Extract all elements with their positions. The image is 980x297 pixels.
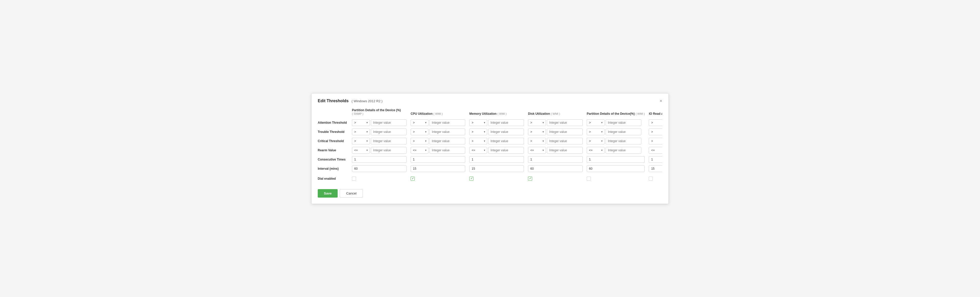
attention-io-wmi-cell: >>=<<== ▼ [647,118,662,127]
consecutive-memory-wmi-input[interactable] [469,156,524,163]
rearm-disk-wmi-value[interactable] [547,147,583,153]
critical-memory-wmi-cell: >>=<<==▼ [467,136,526,146]
interval-disk-wmi-input[interactable] [528,165,583,172]
attention-io-wmi-operator[interactable]: >>=<<== [649,119,662,126]
critical-partition-wmi-operator[interactable]: >>=<<== [587,138,605,144]
interval-row: Interval (mins) [318,164,662,173]
col-io-wmi-header: IO Read and Write Rate ( WMI ) [647,109,662,118]
critical-partition-snmp-operator[interactable]: >>=<<== [352,138,370,144]
critical-disk-wmi-value[interactable] [547,138,583,144]
trouble-cpu-wmi-value[interactable] [430,129,465,135]
rearm-cpu-wmi-operator[interactable]: <=<>>== [410,147,428,153]
attention-threshold-row: Attention Threshold >>=<<== ▼ [318,118,662,127]
interval-partition-snmp-cell [350,164,409,173]
rearm-cpu-wmi-value[interactable] [430,147,465,153]
attention-partition-wmi-operator-wrap: >>=<<== ▼ [587,119,605,126]
interval-memory-wmi-input[interactable] [469,165,524,172]
rearm-partition-wmi-operator[interactable]: <=<>>== [587,147,605,153]
attention-disk-wmi-value[interactable] [547,119,583,126]
rearm-memory-wmi-value[interactable] [488,147,524,153]
dial-disk-wmi-cell [526,173,585,184]
modal-title-group: Edit Thresholds ( Windows 2012 R2 ) [318,99,383,103]
interval-disk-wmi-cell [526,164,585,173]
trouble-memory-wmi-operator[interactable]: >>=<<== [469,129,487,135]
modal-title: Edit Thresholds [318,99,348,103]
interval-cpu-wmi-input[interactable] [410,165,465,172]
critical-memory-wmi-value[interactable] [488,138,524,144]
dial-enabled-label: Dial enabled [318,173,350,184]
trouble-partition-snmp-operator[interactable]: >>=<<== [352,129,370,135]
attention-io-wmi-operator-wrap: >>=<<== ▼ [649,119,662,126]
rearm-io-wmi-cell: <=<>>==▼ [647,146,662,155]
rearm-memory-wmi-operator[interactable]: <=<>>== [469,147,487,153]
close-button[interactable]: × [659,99,662,103]
attention-threshold-label: Attention Threshold [318,118,350,127]
col-memory-wmi-sub: ( WMI ) [497,112,507,115]
consecutive-disk-wmi-input[interactable] [528,156,583,163]
trouble-cpu-wmi-cell: >>=<<==▼ [409,127,467,136]
col-partition-wmi-header: Partition Details of the Device(%) ( WMI… [585,109,647,118]
trouble-disk-wmi-operator[interactable]: >>=<<== [528,129,546,135]
critical-partition-wmi-value[interactable] [606,138,641,144]
critical-cpu-wmi-value[interactable] [430,138,465,144]
attention-cpu-wmi-operator-wrap: >>=<<== ▼ [410,119,428,126]
attention-memory-wmi-operator[interactable]: >>=<<== [469,119,487,126]
critical-io-wmi-operator[interactable]: >>=<<== [649,138,662,144]
save-button[interactable]: Save [318,189,338,198]
rearm-disk-wmi-operator[interactable]: <=<>>== [528,147,546,153]
consecutive-disk-wmi-cell [526,155,585,164]
attention-memory-wmi-operator-wrap: >>=<<== ▼ [469,119,487,126]
critical-memory-wmi-operator[interactable]: >>=<<== [469,138,487,144]
attention-cpu-wmi-value[interactable] [430,119,465,126]
interval-io-wmi-input[interactable] [649,165,662,172]
rearm-partition-snmp-operator[interactable]: <=<>>== [352,147,370,153]
trouble-memory-wmi-value[interactable] [488,129,524,135]
dial-memory-wmi-checkbox[interactable] [469,177,473,181]
critical-disk-wmi-cell: >>=<<==▼ [526,136,585,146]
rearm-value-label: Rearm Value [318,146,350,155]
trouble-partition-snmp-cell: >>=<<==▼ [350,127,409,136]
thresholds-table: Partition Details of the Device (%) ( SN… [318,109,662,184]
interval-partition-snmp-input[interactable] [352,165,407,172]
rearm-disk-wmi-cell: <=<>>==▼ [526,146,585,155]
attention-memory-wmi-cell: >>=<<== ▼ [467,118,526,127]
attention-partition-wmi-value[interactable] [606,119,641,126]
interval-partition-wmi-input[interactable] [587,165,645,172]
trouble-disk-wmi-cell: >>=<<==▼ [526,127,585,136]
attention-partition-snmp-value[interactable] [371,119,407,126]
critical-disk-wmi-operator[interactable]: >>=<<== [528,138,546,144]
col-partition-snmp-label: Partition Details of the Device (%) [352,109,401,112]
cancel-button[interactable]: Cancel [340,189,363,198]
attention-partition-wmi-operator[interactable]: >>=<<== [587,119,605,126]
critical-partition-snmp-value[interactable] [371,138,407,144]
edit-thresholds-modal: Edit Thresholds ( Windows 2012 R2 ) × Pa… [311,93,669,204]
dial-disk-wmi-checkbox[interactable] [528,177,532,181]
rearm-memory-wmi-cell: <=<>>==▼ [467,146,526,155]
consecutive-partition-wmi-input[interactable] [587,156,645,163]
dial-cpu-wmi-checkbox[interactable] [410,177,415,181]
consecutive-cpu-wmi-input[interactable] [410,156,465,163]
trouble-partition-wmi-cell: >>=<<==▼ [585,127,647,136]
col-memory-wmi-label: Memory Utilization [469,112,496,115]
attention-memory-wmi-value[interactable] [488,119,524,126]
dial-partition-snmp-checkbox[interactable] [352,177,356,181]
trouble-cpu-wmi-operator[interactable]: >>=<<== [410,129,428,135]
dial-partition-wmi-checkbox[interactable] [587,177,591,181]
attention-cpu-wmi-operator[interactable]: >>=<<== [410,119,428,126]
consecutive-partition-snmp-input[interactable] [352,156,407,163]
trouble-io-wmi-operator[interactable]: >>=<<== [649,129,662,135]
attention-disk-wmi-cell: >>=<<== ▼ [526,118,585,127]
attention-disk-wmi-operator[interactable]: >>=<<== [528,119,546,126]
critical-cpu-wmi-operator[interactable]: >>=<<== [410,138,428,144]
trouble-partition-wmi-operator[interactable]: >>=<<== [587,129,605,135]
rearm-partition-snmp-value[interactable] [371,147,407,153]
trouble-partition-snmp-value[interactable] [371,129,407,135]
trouble-disk-wmi-value[interactable] [547,129,583,135]
trouble-partition-wmi-value[interactable] [606,129,641,135]
dial-io-wmi-checkbox[interactable] [649,177,653,181]
attention-partition-snmp-operator[interactable]: >>=<<== [352,119,370,126]
consecutive-io-wmi-input[interactable] [649,156,662,163]
consecutive-partition-snmp-cell [350,155,409,164]
rearm-io-wmi-operator[interactable]: <=<>>== [649,147,662,153]
rearm-partition-wmi-value[interactable] [606,147,641,153]
